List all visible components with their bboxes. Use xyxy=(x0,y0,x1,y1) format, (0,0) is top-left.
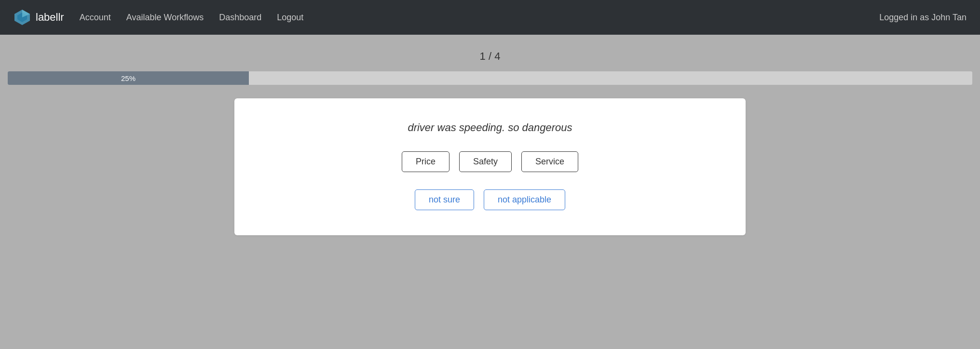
page-counter: 1 / 4 xyxy=(480,50,501,63)
price-button[interactable]: Price xyxy=(402,151,449,172)
nav-dashboard[interactable]: Dashboard xyxy=(219,13,261,23)
progress-container: 25% xyxy=(0,71,980,85)
category-buttons: Price Safety Service xyxy=(402,151,578,172)
main-content: 1 / 4 25% driver was speeding. so danger… xyxy=(0,35,980,235)
text-sample: driver was speeding. so dangerous xyxy=(408,121,572,134)
safety-button[interactable]: Safety xyxy=(459,151,512,172)
not-applicable-button[interactable]: not applicable xyxy=(484,189,565,210)
logo-text: labellr xyxy=(36,11,64,24)
logo[interactable]: labellr xyxy=(14,9,64,26)
progress-bar-background: 25% xyxy=(8,71,972,85)
user-status: Logged in as John Tan xyxy=(879,13,966,23)
progress-label: 25% xyxy=(121,74,136,82)
progress-bar-fill: 25% xyxy=(8,71,249,85)
logo-icon xyxy=(14,9,31,26)
nav-account[interactable]: Account xyxy=(80,13,111,23)
navbar: labellr Account Available Workflows Dash… xyxy=(0,0,980,35)
nav-logout[interactable]: Logout xyxy=(277,13,303,23)
labeling-card: driver was speeding. so dangerous Price … xyxy=(234,98,746,235)
nav-links: Account Available Workflows Dashboard Lo… xyxy=(80,13,879,23)
not-sure-button[interactable]: not sure xyxy=(415,189,474,210)
uncertain-buttons: not sure not applicable xyxy=(415,189,565,210)
nav-available-workflows[interactable]: Available Workflows xyxy=(126,13,204,23)
service-button[interactable]: Service xyxy=(521,151,578,172)
